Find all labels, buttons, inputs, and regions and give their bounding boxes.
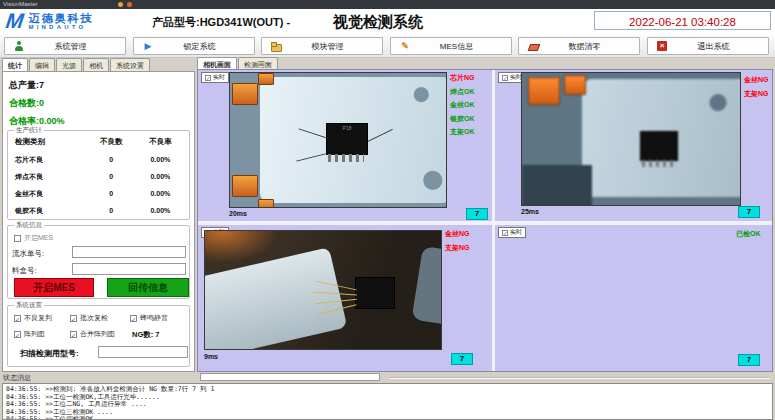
checkbox-icon[interactable] [14,235,21,242]
camera3-image [204,230,442,350]
user-icon [14,41,24,51]
table-row: 金丝不良 0 0.00% [10,185,185,202]
group-title: 系统设置 [14,301,44,309]
camera4-status-list: 已检OK [736,227,761,241]
table-row: 银胶不良 0 0.00% [10,202,185,219]
tab-camera[interactable]: 相机 [83,58,109,71]
checkbox-label: 批次复检 [80,313,108,323]
defect-recheck-checkbox[interactable]: ✓ 不良复判 [14,313,52,323]
log-line: 04:36:55: >>工位二NG, 工具运行异常 .... [6,401,769,409]
pass-count-value: 合格数:0 [9,97,44,110]
exit-system-button[interactable]: × 退出系统 [647,37,769,55]
window-control-icon[interactable] [118,2,123,7]
enable-mes-checkbox[interactable]: 开启MES [14,233,53,243]
check-icon[interactable]: ✓ [14,315,21,322]
status-text: 已检OK [736,227,761,241]
chip-legs [328,154,364,162]
check-icon[interactable]: ✓ [130,315,137,322]
toolbar: 系统管理 ▶ 锁定系统 模块管理 ✎ MES信息 数据清零 × 退出系统 [0,34,775,58]
status-text: 支架OK [450,125,475,139]
table-row: 芯片不良 0 0.00% [10,151,185,168]
camera4-realtime-checkbox[interactable]: ✓ 实时 [498,227,526,238]
window-control-icon[interactable] [127,2,132,7]
data-clear-button[interactable]: 数据清零 [518,37,640,55]
tab-system-settings[interactable]: 系统设置 [110,58,150,71]
status-text: 支架NG [445,241,470,255]
window-titlebar[interactable]: VisionMaster [0,0,775,9]
button-label: 系统管理 [24,41,125,52]
cell-category: 芯片不良 [10,151,87,168]
check-icon[interactable]: ✓ [502,75,508,81]
return-info-button[interactable]: 回传信息 [107,278,189,297]
scan-model-input[interactable] [98,346,188,358]
check-icon[interactable]: ✓ [70,315,77,322]
total-output-value: 总产量:7 [9,79,44,92]
camera2-image [521,72,741,206]
status-text: 焊点OK [450,85,475,99]
camera1-image: P18 [229,72,447,208]
mes-info-button[interactable]: ✎ MES信息 [390,37,512,55]
datetime-box: 2022-06-21 03:40:28 [594,11,771,30]
camera1-realtime-checkbox[interactable]: ✓ 实时 [201,72,229,83]
connector-block [258,199,274,208]
tab-statistics[interactable]: 统计 [2,58,28,71]
check-icon[interactable]: ✓ [205,75,211,81]
status-text: 金丝NG [744,73,769,87]
close-icon: × [657,41,667,51]
settings-group: 系统设置 ✓ 不良复判 ✓ 批次复检 ✓ 蜂鸣静音 ✓ 阵列图 [7,305,190,367]
log-filter-input[interactable] [200,373,380,381]
system-manage-button[interactable]: 系统管理 [4,37,126,55]
check-icon[interactable]: ✓ [502,230,508,236]
serial-no-input[interactable] [72,246,186,258]
connector-block [232,83,258,105]
lock-system-button[interactable]: ▶ 锁定系统 [133,37,255,55]
log-panel-title: 状态消息 [3,373,31,383]
status-log-list[interactable]: 04:36:55: >>检测到: 准备放入料盒检测合计 NG 数量:7行 7 列… [2,383,773,420]
statistics-panel: 总产量:7 合格数:0 合格率:0.00% 生产统计 检测类别 不良数 不良率 [2,71,195,372]
logo-cn-text: 迈德奥科技 [29,12,94,24]
left-panel: 统计 编辑 光源 相机 系统设置 总产量:7 合格数:0 合格率:0.00% 生… [2,58,195,372]
chip [640,131,678,161]
checkbox-label: 阵列图 [24,329,45,339]
array-view-checkbox[interactable]: ✓ 阵列图 [14,329,45,339]
cell-category: 金丝不良 [10,185,87,202]
scan-model-label: 扫描检测用型号: [20,348,79,359]
log-line: 04:36:55: >>工位三检测OK .... [6,409,769,417]
connector-block [258,73,274,85]
tab-light-source[interactable]: 光源 [56,58,82,71]
batch-recheck-checkbox[interactable]: ✓ 批次复检 [70,313,108,323]
pencil-icon: ✎ [400,41,410,51]
chip-legs [642,160,674,167]
checkbox-label: 蜂鸣静音 [140,313,168,323]
module-manage-button[interactable]: 模块管理 [261,37,383,55]
camera1-status-list: 芯片NG 焊点OK 金丝OK 银胶OK 支架OK [450,71,475,139]
connector-block [564,75,586,95]
check-icon[interactable]: ✓ [14,331,21,338]
tray-no-input[interactable] [72,263,186,275]
right-tab-strip: 相机画面 检测画面 [197,57,279,69]
button-label: 退出系统 [667,41,768,52]
merge-array-checkbox[interactable]: ✓ 合并阵列图 [70,329,115,339]
cell-count: 0 [87,168,136,185]
folder-icon [271,41,281,51]
window-title: VisionMaster [3,1,38,7]
product-model-label: 产品型号:HGD341W(OUT) - [152,15,290,30]
table-row: 焊点不良 0 0.00% [10,168,185,185]
start-mes-button[interactable]: 开启MES [14,278,94,297]
buzzer-mute-checkbox[interactable]: ✓ 蜂鸣静音 [130,313,168,323]
tab-camera-view[interactable]: 相机画面 [197,57,237,69]
tab-edit[interactable]: 编辑 [29,58,55,71]
camera1-count-badge: 7 [466,208,488,220]
cell-category: 银胶不良 [10,202,87,219]
glow-region [204,230,279,263]
header: M 迈德奥科技 MINDAUTO 产品型号:HGD341W(OUT) - 视觉检… [0,9,775,35]
camera3-count-badge: 7 [451,353,473,365]
check-icon[interactable]: ✓ [70,331,77,338]
logo-mark-icon: M [4,10,25,32]
logo-en-text: MINDAUTO [29,24,94,31]
table-header-row: 检测类别 不良数 不良率 [10,135,185,151]
col-defect-rate: 不良率 [136,135,185,151]
camera2-status-list: 金丝NG 支架NG [744,73,769,100]
left-tab-strip: 统计 编辑 光源 相机 系统设置 [2,58,195,71]
tab-detect-view[interactable]: 检测画面 [238,57,278,69]
